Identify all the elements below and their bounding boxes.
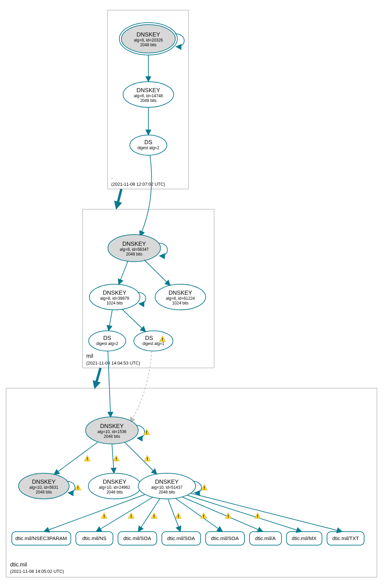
svg-text:2048 bits: 2048 bits <box>140 43 157 47</box>
edge-deleg-root-mil <box>117 189 121 207</box>
svg-text:DS: DS <box>145 335 153 341</box>
svg-text:DNSKEY: DNSKEY <box>137 31 160 38</box>
warning-icon: ! <box>144 455 150 461</box>
rrset-soa-3[interactable]: dtic.mil/SOA <box>206 532 244 545</box>
rrset-a[interactable]: dtic.mil/A <box>249 532 282 545</box>
rrset-txt[interactable]: dtic.mil/TXT <box>327 532 364 545</box>
svg-text:dtic.mil/MX: dtic.mil/MX <box>292 535 316 541</box>
warning-icon: ! <box>201 484 207 490</box>
zone-dtic-time: (2021-11-08 14:05:02 UTC) <box>10 569 64 574</box>
node-dtic-dnskey-24962[interactable]: DNSKEY alg=10, id=24962 2048 bits <box>88 473 141 499</box>
svg-text:dtic.mil/A: dtic.mil/A <box>255 535 276 541</box>
svg-text:DNSKEY: DNSKEY <box>103 479 126 485</box>
svg-text:alg=8, id=20326: alg=8, id=20326 <box>134 38 163 43</box>
svg-text:DNSKEY: DNSKEY <box>32 479 56 485</box>
svg-text:dtic.mil/NS: dtic.mil/NS <box>82 535 107 541</box>
svg-text:!: ! <box>162 337 163 342</box>
svg-text:DS: DS <box>144 139 152 145</box>
edge-mil-zsk1-ds1 <box>109 310 112 331</box>
svg-text:dtic.mil/SOA: dtic.mil/SOA <box>211 535 239 541</box>
svg-text:!: ! <box>203 514 204 519</box>
svg-text:1024 bits: 1024 bits <box>172 301 189 305</box>
rrset-soa-2[interactable]: dtic.mil/SOA <box>162 532 201 545</box>
node-dtic-dnskey-5631[interactable]: DNSKEY alg=10, id=5631 2048 bits <box>19 473 69 499</box>
svg-text:DNSKEY: DNSKEY <box>100 423 124 429</box>
edge-deleg-mil-dtic <box>95 368 100 387</box>
svg-text:alg=8, id=39879: alg=8, id=39879 <box>100 296 129 301</box>
warning-icon: ! <box>255 513 261 519</box>
svg-text:dtic.mil/SOA: dtic.mil/SOA <box>167 535 195 541</box>
svg-text:dtic.mil/NSEC3PARAM: dtic.mil/NSEC3PARAM <box>15 535 67 541</box>
svg-text:!: ! <box>130 514 132 519</box>
warning-icon: ! <box>113 455 119 461</box>
svg-text:!: ! <box>146 430 147 435</box>
edge-dtic-ksk-k2 <box>112 444 114 473</box>
self-loop-root-ksk <box>175 34 184 47</box>
svg-text:DNSKEY: DNSKEY <box>137 87 160 93</box>
svg-text:!: ! <box>153 514 155 519</box>
svg-text:1024 bits: 1024 bits <box>107 301 123 305</box>
warning-icon: ! <box>175 513 181 519</box>
zone-mil-time: (2021-11-08 14:04:53 UTC) <box>86 360 140 366</box>
svg-text:alg=10, id=1536: alg=10, id=1536 <box>97 429 126 434</box>
svg-text:digest alg=2: digest alg=2 <box>137 145 159 150</box>
svg-text:!: ! <box>257 514 258 519</box>
node-mil-dnskey-39879[interactable]: DNSKEY alg=8, id=39879 1024 bits <box>89 284 140 310</box>
edge-mil-ksk-zsk1 <box>119 261 128 285</box>
svg-point-27 <box>134 331 173 351</box>
zone-root-time: (2021-11-08 12:07:02 UTC) <box>111 182 165 187</box>
edge-mil-ksk-zsk2 <box>144 260 170 286</box>
svg-text:alg=8, id=56347: alg=8, id=56347 <box>120 247 149 252</box>
zone-mil-label: mil <box>86 353 93 359</box>
svg-text:!: ! <box>116 456 117 461</box>
rrset-mx[interactable]: dtic.mil/MX <box>287 532 322 545</box>
svg-text:!: ! <box>87 456 88 461</box>
svg-text:!: ! <box>228 514 229 519</box>
edge-k3-r4 <box>175 498 223 532</box>
warning-icon: ! <box>75 484 81 490</box>
warning-icon: ! <box>201 513 207 519</box>
svg-text:2048 bits: 2048 bits <box>107 490 123 495</box>
node-mil-dnskey-56347[interactable]: DNSKEY alg=8, id=56347 2048 bits <box>108 235 160 262</box>
warning-icon: ! <box>128 513 134 519</box>
node-dtic-dnskey-1536[interactable]: DNSKEY alg=10, id=1536 2048 bits <box>86 417 138 444</box>
zone-dtic-label: dtic.mil <box>10 562 27 567</box>
node-mil-ds-alg1[interactable]: DS digest alg=1 <box>134 331 173 351</box>
node-dtic-dnskey-51437[interactable]: DNSKEY alg=10, id=51437 2048 bits <box>138 473 196 499</box>
svg-text:dtic.mil/TXT: dtic.mil/TXT <box>332 535 359 541</box>
svg-text:!: ! <box>77 485 79 490</box>
rrset-nsec3param[interactable]: dtic.mil/NSEC3PARAM <box>12 532 71 545</box>
svg-text:DS: DS <box>103 335 111 341</box>
warning-icon: ! <box>101 513 107 519</box>
edge-k3-r2 <box>138 498 160 532</box>
node-mil-dnskey-61224[interactable]: DNSKEY alg=8, id=61224 1024 bits <box>155 284 206 310</box>
edge-mil-zsk1-ds2 <box>122 309 146 332</box>
node-root-dnskey-20326[interactable]: DNSKEY alg=8, id=20326 2048 bits <box>119 23 177 55</box>
edge-dtic-ksk-k1 <box>54 442 98 475</box>
svg-text:DNSKEY: DNSKEY <box>155 479 179 485</box>
svg-text:digest alg=2: digest alg=2 <box>96 341 118 346</box>
edge-k3-r0 <box>44 495 145 532</box>
svg-text:alg=8, id=14748: alg=8, id=14748 <box>134 93 163 98</box>
node-root-ds[interactable]: DS digest alg=2 <box>130 135 167 155</box>
edge-k3-r7 <box>190 493 342 532</box>
edge-k3-r6 <box>187 495 302 532</box>
node-root-dnskey-14748[interactable]: DNSKEY alg=8, id=14748 2048 bits <box>123 82 174 107</box>
svg-text:dtic.mil/SOA: dtic.mil/SOA <box>123 535 151 541</box>
svg-text:alg=10, id=5631: alg=10, id=5631 <box>29 485 58 490</box>
svg-text:digest alg=1: digest alg=1 <box>142 341 164 346</box>
svg-text:DNSKEY: DNSKEY <box>103 290 126 296</box>
svg-text:2048 bits: 2048 bits <box>36 490 52 495</box>
warning-icon: ! <box>151 513 157 519</box>
svg-text:DNSKEY: DNSKEY <box>169 290 192 296</box>
svg-text:!: ! <box>178 514 179 519</box>
rrset-ns[interactable]: dtic.mil/NS <box>76 532 113 545</box>
svg-text:2048 bits: 2048 bits <box>140 98 157 103</box>
svg-text:2048 bits: 2048 bits <box>159 490 175 495</box>
rrset-soa-1[interactable]: dtic.mil/SOA <box>118 532 157 545</box>
zone-root-label: . <box>111 174 113 180</box>
edge-root-ds-milksk <box>140 155 152 236</box>
svg-text:alg=10, id=24962: alg=10, id=24962 <box>99 485 130 490</box>
node-mil-ds-alg2[interactable]: DS digest alg=2 <box>89 331 126 351</box>
svg-text:alg=8, id=61224: alg=8, id=61224 <box>166 296 195 301</box>
